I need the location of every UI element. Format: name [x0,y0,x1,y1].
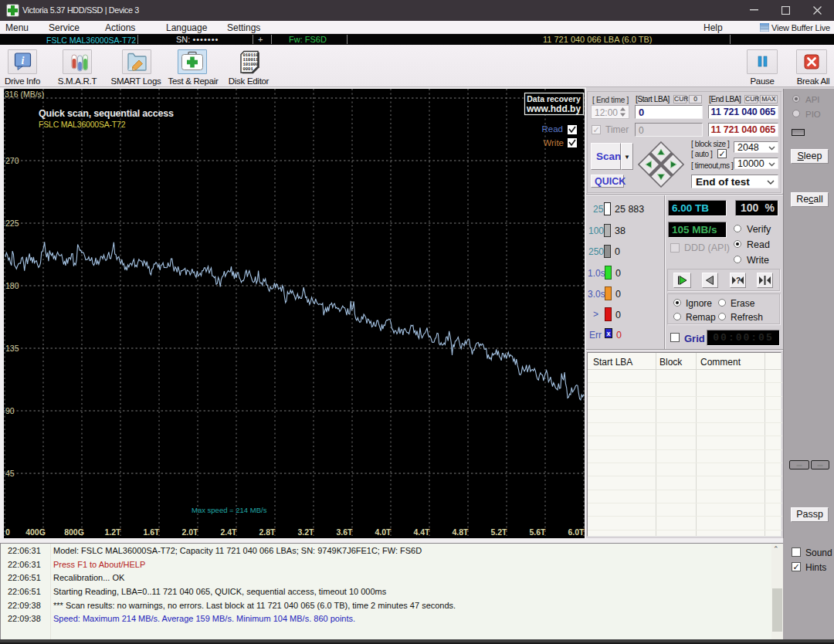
svg-text:0: 0 [5,527,10,537]
svg-text:225: 225 [5,219,19,228]
svg-text:2.0T: 2.0T [181,527,198,537]
svg-text:?: ? [736,276,741,285]
svg-text:Max speed = 214 MB/s: Max speed = 214 MB/s [192,506,267,514]
svg-text:6.0T: 6.0T [568,527,585,537]
svg-text:270: 270 [5,156,19,165]
svg-text:45: 45 [5,469,15,478]
svg-text:Read: Read [542,124,564,134]
svg-text:Quick scan, sequential access: Quick scan, sequential access [39,108,174,119]
svg-text:5.6T: 5.6T [529,527,546,537]
svg-text:800G: 800G [64,527,84,537]
svg-text:4.4T: 4.4T [413,527,430,537]
svg-text:1.6T: 1.6T [143,527,160,537]
svg-text:4.0T: 4.0T [375,527,392,537]
svg-text:400G: 400G [25,527,46,537]
svg-text:www.hdd.by: www.hdd.by [526,103,581,114]
svg-text:135: 135 [5,344,19,353]
svg-text:i: i [22,55,25,66]
svg-text:180: 180 [5,281,19,290]
svg-text:316 (MB/s): 316 (MB/s) [5,90,44,99]
svg-text:Data recovery: Data recovery [527,94,581,103]
svg-text:2.4T: 2.4T [220,527,237,537]
svg-text:3.2T: 3.2T [297,527,314,537]
svg-text:5.2T: 5.2T [490,527,507,537]
svg-text:FSLC MAL36000SA-T72: FSLC MAL36000SA-T72 [39,120,126,129]
svg-text:2.8T: 2.8T [259,527,276,537]
svg-text:0001: 0001 [243,66,254,72]
svg-text:Write: Write [543,138,564,147]
svg-text:4.8T: 4.8T [452,527,469,537]
svg-text:90: 90 [5,406,15,415]
svg-text:3.6T: 3.6T [336,527,353,537]
svg-text:1.2T: 1.2T [104,527,121,537]
